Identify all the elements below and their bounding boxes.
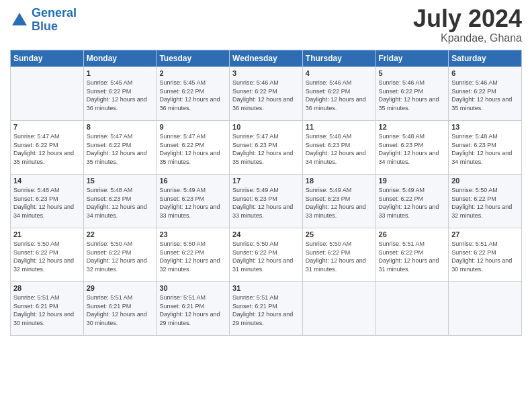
day-number: 24	[232, 230, 300, 238]
day-cell: 8Sunrise: 5:47 AMSunset: 6:22 PMDaylight…	[83, 121, 157, 175]
day-cell	[302, 282, 375, 336]
day-cell: 10Sunrise: 5:47 AMSunset: 6:23 PMDayligh…	[230, 121, 303, 175]
day-cell: 11Sunrise: 5:48 AMSunset: 6:23 PMDayligh…	[302, 121, 375, 175]
day-number: 7	[13, 123, 81, 131]
day-info: Sunrise: 5:48 AMSunset: 6:23 PMDaylight:…	[13, 186, 81, 220]
day-number: 13	[451, 123, 519, 131]
day-cell: 29Sunrise: 5:51 AMSunset: 6:21 PMDayligh…	[83, 282, 157, 336]
day-cell: 9Sunrise: 5:47 AMSunset: 6:22 PMDaylight…	[157, 121, 230, 175]
day-cell	[449, 282, 522, 336]
day-info: Sunrise: 5:51 AMSunset: 6:21 PMDaylight:…	[13, 293, 81, 327]
day-info: Sunrise: 5:51 AMSunset: 6:21 PMDaylight:…	[87, 293, 154, 327]
day-number: 26	[379, 230, 446, 238]
day-cell: 4Sunrise: 5:46 AMSunset: 6:22 PMDaylight…	[302, 67, 375, 121]
header-saturday: Saturday	[449, 50, 522, 67]
day-number: 10	[232, 123, 300, 131]
day-cell: 1Sunrise: 5:45 AMSunset: 6:22 PMDaylight…	[83, 67, 157, 121]
day-cell: 18Sunrise: 5:49 AMSunset: 6:23 PMDayligh…	[302, 175, 375, 228]
day-cell	[11, 67, 84, 121]
day-cell: 20Sunrise: 5:50 AMSunset: 6:22 PMDayligh…	[449, 175, 522, 228]
day-info: Sunrise: 5:51 AMSunset: 6:21 PMDaylight:…	[159, 293, 226, 327]
header: General Blue July 2024 Kpandae, Ghana	[10, 7, 522, 44]
day-info: Sunrise: 5:47 AMSunset: 6:22 PMDaylight:…	[13, 132, 81, 166]
day-info: Sunrise: 5:47 AMSunset: 6:22 PMDaylight:…	[87, 132, 154, 166]
day-info: Sunrise: 5:48 AMSunset: 6:23 PMDaylight:…	[451, 132, 519, 166]
day-number: 5	[379, 69, 446, 77]
calendar-table: SundayMondayTuesdayWednesdayThursdayFrid…	[10, 50, 522, 336]
header-wednesday: Wednesday	[230, 50, 303, 67]
day-cell: 21Sunrise: 5:50 AMSunset: 6:22 PMDayligh…	[11, 228, 84, 282]
day-number: 20	[451, 177, 519, 185]
day-info: Sunrise: 5:49 AMSunset: 6:22 PMDaylight:…	[379, 186, 446, 220]
page: General Blue July 2024 Kpandae, Ghana Su…	[0, 0, 532, 411]
day-number: 3	[232, 69, 300, 77]
day-info: Sunrise: 5:50 AMSunset: 6:22 PMDaylight:…	[232, 240, 300, 273]
day-info: Sunrise: 5:48 AMSunset: 6:23 PMDaylight:…	[379, 132, 446, 166]
day-number: 14	[13, 177, 81, 185]
day-cell: 15Sunrise: 5:48 AMSunset: 6:23 PMDayligh…	[83, 175, 157, 228]
day-number: 16	[159, 177, 226, 185]
day-info: Sunrise: 5:49 AMSunset: 6:23 PMDaylight:…	[159, 186, 226, 220]
day-number: 12	[379, 123, 446, 131]
day-cell: 5Sunrise: 5:46 AMSunset: 6:22 PMDaylight…	[375, 67, 449, 121]
day-info: Sunrise: 5:50 AMSunset: 6:22 PMDaylight:…	[87, 240, 154, 273]
day-info: Sunrise: 5:50 AMSunset: 6:22 PMDaylight:…	[451, 186, 519, 220]
day-cell: 25Sunrise: 5:50 AMSunset: 6:22 PMDayligh…	[302, 228, 375, 282]
day-info: Sunrise: 5:46 AMSunset: 6:22 PMDaylight:…	[306, 79, 373, 112]
day-number: 8	[87, 123, 154, 131]
day-info: Sunrise: 5:48 AMSunset: 6:23 PMDaylight:…	[306, 132, 373, 166]
header-friday: Friday	[375, 50, 449, 67]
day-number: 23	[159, 230, 226, 238]
day-number: 17	[232, 177, 300, 185]
day-cell: 16Sunrise: 5:49 AMSunset: 6:23 PMDayligh…	[157, 175, 230, 228]
day-number: 9	[159, 123, 226, 131]
logo-line1: General	[32, 6, 77, 19]
week-row-4: 21Sunrise: 5:50 AMSunset: 6:22 PMDayligh…	[11, 228, 522, 282]
day-number: 1	[87, 69, 154, 77]
day-cell: 13Sunrise: 5:48 AMSunset: 6:23 PMDayligh…	[449, 121, 522, 175]
day-info: Sunrise: 5:46 AMSunset: 6:22 PMDaylight:…	[232, 79, 300, 112]
day-number: 30	[159, 284, 226, 292]
logo: General Blue	[10, 7, 77, 34]
day-info: Sunrise: 5:51 AMSunset: 6:22 PMDaylight:…	[379, 240, 446, 273]
week-row-3: 14Sunrise: 5:48 AMSunset: 6:23 PMDayligh…	[11, 175, 522, 228]
logo-line2: Blue	[32, 19, 58, 33]
day-number: 28	[13, 284, 81, 292]
day-number: 6	[451, 69, 519, 77]
header-thursday: Thursday	[302, 50, 375, 67]
header-sunday: Sunday	[11, 50, 84, 67]
logo-text: General Blue	[32, 7, 77, 34]
day-info: Sunrise: 5:51 AMSunset: 6:22 PMDaylight:…	[451, 240, 519, 273]
day-cell: 2Sunrise: 5:45 AMSunset: 6:22 PMDaylight…	[157, 67, 230, 121]
day-info: Sunrise: 5:49 AMSunset: 6:23 PMDaylight:…	[306, 186, 373, 220]
day-cell: 23Sunrise: 5:50 AMSunset: 6:22 PMDayligh…	[157, 228, 230, 282]
month-title: July 2024	[413, 7, 522, 31]
day-cell: 14Sunrise: 5:48 AMSunset: 6:23 PMDayligh…	[11, 175, 84, 228]
day-info: Sunrise: 5:50 AMSunset: 6:22 PMDaylight:…	[13, 240, 81, 273]
day-info: Sunrise: 5:47 AMSunset: 6:23 PMDaylight:…	[232, 132, 300, 166]
day-number: 4	[306, 69, 373, 77]
day-cell: 27Sunrise: 5:51 AMSunset: 6:22 PMDayligh…	[449, 228, 522, 282]
day-cell: 30Sunrise: 5:51 AMSunset: 6:21 PMDayligh…	[157, 282, 230, 336]
day-cell: 7Sunrise: 5:47 AMSunset: 6:22 PMDaylight…	[11, 121, 84, 175]
day-cell: 22Sunrise: 5:50 AMSunset: 6:22 PMDayligh…	[83, 228, 157, 282]
day-cell: 31Sunrise: 5:51 AMSunset: 6:21 PMDayligh…	[230, 282, 303, 336]
day-info: Sunrise: 5:46 AMSunset: 6:22 PMDaylight:…	[451, 79, 519, 112]
day-number: 27	[451, 230, 519, 238]
day-info: Sunrise: 5:45 AMSunset: 6:22 PMDaylight:…	[159, 79, 226, 112]
day-number: 2	[159, 69, 226, 77]
day-number: 25	[306, 230, 373, 238]
day-number: 22	[87, 230, 154, 238]
day-cell: 3Sunrise: 5:46 AMSunset: 6:22 PMDaylight…	[230, 67, 303, 121]
day-info: Sunrise: 5:46 AMSunset: 6:22 PMDaylight:…	[379, 79, 446, 112]
day-info: Sunrise: 5:47 AMSunset: 6:22 PMDaylight:…	[159, 132, 226, 166]
day-cell: 6Sunrise: 5:46 AMSunset: 6:22 PMDaylight…	[449, 67, 522, 121]
day-number: 29	[87, 284, 154, 292]
day-number: 11	[306, 123, 373, 131]
day-info: Sunrise: 5:49 AMSunset: 6:23 PMDaylight:…	[232, 186, 300, 220]
day-cell: 26Sunrise: 5:51 AMSunset: 6:22 PMDayligh…	[375, 228, 449, 282]
day-cell	[375, 282, 449, 336]
day-number: 18	[306, 177, 373, 185]
week-row-2: 7Sunrise: 5:47 AMSunset: 6:22 PMDaylight…	[11, 121, 522, 175]
day-cell: 24Sunrise: 5:50 AMSunset: 6:22 PMDayligh…	[230, 228, 303, 282]
